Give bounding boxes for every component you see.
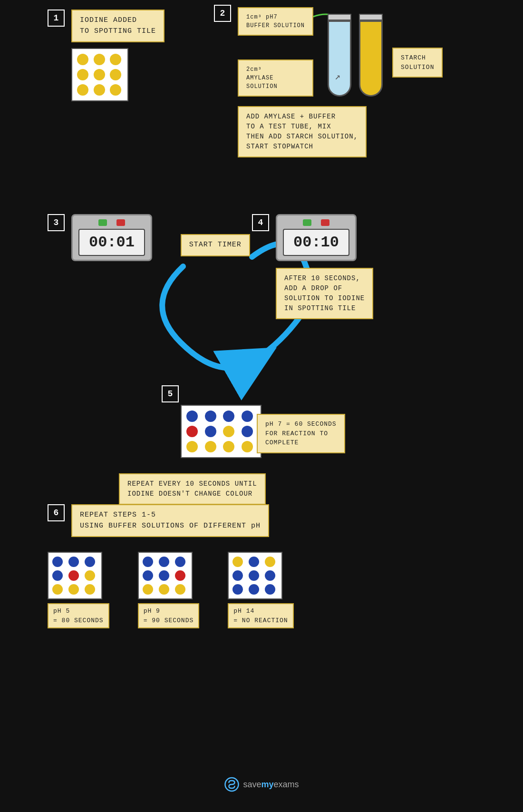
ph5-group: pH 5 = 80 SECONDS	[48, 552, 109, 628]
spot-dot	[110, 84, 121, 96]
spot-dot	[77, 54, 88, 65]
stopwatch-4: 00:10	[276, 214, 357, 261]
step-4-section: 4 00:10 AFTER 10 SECONDS, ADD A DROP OF …	[252, 214, 461, 319]
spot	[223, 426, 234, 437]
spot	[242, 411, 253, 422]
spot	[265, 570, 275, 581]
step-4-note: AFTER 10 SECONDS, ADD A DROP OF SOLUTION…	[276, 268, 373, 319]
spot	[68, 570, 79, 581]
spot	[186, 441, 198, 452]
mix-note: ADD AMYLASE + BUFFER TO A TEST TUBE, MIX…	[238, 106, 367, 157]
spot	[143, 570, 153, 581]
spot	[249, 557, 259, 567]
step-1-label: IODINE ADDED TO SPOTTING TILE	[71, 10, 165, 42]
step-2-badge: 2	[214, 5, 231, 22]
spot	[85, 557, 95, 567]
spot	[223, 411, 234, 422]
yellow-tube	[359, 20, 383, 97]
spot	[68, 557, 79, 567]
spot	[85, 570, 95, 581]
spot	[85, 584, 95, 595]
spot	[143, 557, 153, 567]
stopwatch-3: 00:01	[71, 214, 152, 261]
step-5-section: 5	[162, 385, 262, 458]
step-1-section: 1 IODINE ADDED TO SPOTTING TILE	[48, 10, 165, 101]
start-timer-label: START TIMER	[181, 234, 250, 256]
spot	[223, 441, 234, 452]
spot	[205, 441, 216, 452]
sw-green-btn	[98, 219, 107, 226]
spot-dot	[94, 84, 105, 96]
spotting-tile-5	[181, 405, 262, 458]
spot	[232, 584, 243, 595]
step-6-section: 6 REPEAT STEPS 1-5 USING BUFFER SOLUTION…	[48, 504, 269, 537]
spot	[265, 584, 275, 595]
spot-dot	[94, 69, 105, 80]
starch-label: STARCH SOLUTION	[392, 48, 443, 78]
step-3-badge: 3	[48, 214, 65, 231]
ph9-tile	[138, 552, 193, 599]
spot	[159, 584, 169, 595]
ph14-group: pH 14 = NO REACTION	[228, 552, 293, 628]
ph7-note: pH 7 = 60 SECONDS FOR REACTION TO COMPLE…	[257, 414, 345, 453]
spot	[159, 557, 169, 567]
spot	[249, 570, 259, 581]
spot	[175, 557, 185, 567]
spotting-tile-1	[71, 48, 128, 101]
spot	[52, 584, 63, 595]
spot-dot	[77, 69, 88, 80]
logo: savemyexams	[224, 777, 299, 792]
spot	[52, 557, 63, 567]
sw-red-btn	[321, 219, 329, 226]
spot	[175, 570, 185, 581]
spot	[232, 557, 243, 567]
stopwatch-3-display: 00:01	[78, 229, 145, 256]
sw-red-btn	[116, 219, 125, 226]
spot	[68, 584, 79, 595]
spot	[249, 584, 259, 595]
step-1-badge: 1	[48, 10, 65, 27]
spot-dot	[77, 84, 88, 96]
blue-tube: ↗	[328, 20, 351, 97]
step-6-label: REPEAT STEPS 1-5 USING BUFFER SOLUTIONS …	[71, 504, 269, 537]
spot	[186, 426, 198, 437]
step-6-badge: 6	[48, 504, 65, 521]
buffer-label: 1cm³ pH7 BUFFER SOLUTION	[238, 7, 313, 36]
spot	[205, 411, 216, 422]
spot-dot	[94, 54, 105, 65]
spot	[265, 557, 275, 567]
amylase-label: 2cm³ AMYLASE SOLUTION	[238, 59, 313, 97]
spot	[232, 570, 243, 581]
sw-green-btn	[303, 219, 311, 226]
step-5-badge: 5	[162, 385, 179, 402]
step-3-section: 3 00:01 START TIMER	[48, 214, 250, 261]
logo-icon	[224, 777, 239, 792]
ph5-tile	[48, 552, 102, 599]
step-4-badge: 4	[252, 214, 269, 231]
bottom-tiles: pH 5 = 80 SECONDS pH 9 = 90 SECONDS	[48, 552, 294, 628]
spot	[242, 426, 253, 437]
spot	[205, 426, 216, 437]
ph9-group: pH 9 = 90 SECONDS	[138, 552, 200, 628]
stopwatch-4-display: 00:10	[283, 229, 349, 256]
spot-dot	[110, 69, 121, 80]
ph5-label: pH 5 = 80 SECONDS	[48, 603, 109, 628]
ph9-label: pH 9 = 90 SECONDS	[138, 603, 200, 628]
spot	[242, 441, 253, 452]
spot	[175, 584, 185, 595]
spot	[186, 411, 198, 422]
ph14-tile	[228, 552, 282, 599]
spot-dot	[110, 54, 121, 65]
spot	[159, 570, 169, 581]
spot	[52, 570, 63, 581]
step-2-section: 2 1cm³ pH7 BUFFER SOLUTION 2cm³ AMYLASE …	[214, 5, 443, 157]
repeat-label: REPEAT EVERY 10 SECONDS UNTIL IODINE DOE…	[119, 473, 266, 505]
ph14-label: pH 14 = NO REACTION	[228, 603, 293, 628]
logo-text: savemyexams	[243, 780, 299, 790]
spot	[143, 584, 153, 595]
